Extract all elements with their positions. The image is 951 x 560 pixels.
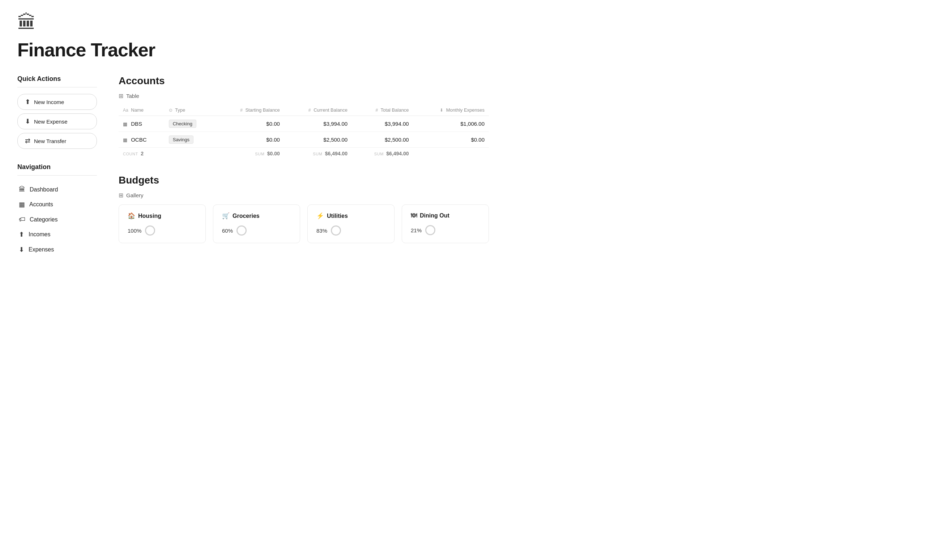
col-total-balance: # Total Balance <box>352 105 413 116</box>
row-ocbc-monthly: $0.00 <box>413 132 489 148</box>
housing-progress: 100% <box>128 225 197 235</box>
accounts-view-label: ⊞ Table <box>119 92 489 99</box>
table-header-row: Aa Name ⊙ Type # Starting Balance <box>119 105 489 116</box>
gallery-view-icon: ⊞ <box>119 192 123 199</box>
table-row: ▦ DBS Checking $0.00 $3,994.00 $3,994.00… <box>119 116 489 132</box>
col-name: Aa Name <box>119 105 165 116</box>
dining-circle <box>425 225 435 235</box>
utilities-circle <box>331 225 341 235</box>
summary-current: SUM $6,494.00 <box>284 148 352 160</box>
housing-circle <box>145 225 155 235</box>
expenses-label: Expenses <box>29 246 54 253</box>
groceries-icon: 🛒 <box>222 212 230 220</box>
sidebar-item-dashboard[interactable]: 🏛 Dashboard <box>17 182 97 197</box>
quick-actions-divider <box>17 87 97 88</box>
navigation-title: Navigation <box>17 163 97 171</box>
page-title: Finance Tracker <box>17 39 489 61</box>
dining-pct: 21% <box>411 227 421 233</box>
new-transfer-button[interactable]: ⇄ New Transfer <box>17 133 97 149</box>
page: 🏛 Finance Tracker Quick Actions ⬆ New In… <box>0 0 506 269</box>
logo-area: 🏛 <box>17 12 489 33</box>
accounts-table: Aa Name ⊙ Type # Starting Balance <box>119 105 489 160</box>
col-current-balance: # Current Balance <box>284 105 352 116</box>
dbs-row-icon: ▦ <box>123 122 127 127</box>
sidebar-item-incomes[interactable]: ⬆ Incomes <box>17 227 97 242</box>
row-dbs-total: $3,994.00 <box>352 116 413 132</box>
budgets-view-label: ⊞ Gallery <box>119 192 489 199</box>
accounts-section-title: Accounts <box>119 75 489 87</box>
row-dbs-starting: $0.00 <box>216 116 284 132</box>
incomes-label: Incomes <box>29 231 50 238</box>
dining-out-icon: 🍽 <box>411 212 417 219</box>
row-dbs-monthly: $1,006.00 <box>413 116 489 132</box>
row-ocbc-current: $2,500.00 <box>284 132 352 148</box>
row-ocbc-type: Savings <box>165 132 216 148</box>
table-view-icon: ⊞ <box>119 92 123 99</box>
dashboard-icon: 🏛 <box>19 186 25 193</box>
content-area: Accounts ⊞ Table Aa Name ⊙ <box>119 75 489 257</box>
groceries-title: 🛒 Groceries <box>222 212 291 220</box>
table-row: ▦ OCBC Savings $0.00 $2,500.00 $2,500.00… <box>119 132 489 148</box>
budget-cards: 🏠 Housing 100% 🛒 Groceries <box>119 205 489 243</box>
ocbc-row-icon: ▦ <box>123 137 127 143</box>
categories-label: Categories <box>30 216 57 223</box>
utilities-title: ⚡ Utilities <box>316 212 386 220</box>
budgets-section-title: Budgets <box>119 174 489 186</box>
expenses-icon: ⬇ <box>19 246 24 254</box>
summary-starting: SUM $0.00 <box>216 148 284 160</box>
new-income-label: New Income <box>34 99 64 105</box>
groceries-progress: 60% <box>222 225 291 235</box>
housing-title: 🏠 Housing <box>128 212 197 220</box>
groceries-circle <box>236 225 247 235</box>
expense-icon: ⬇ <box>25 117 30 125</box>
new-expense-label: New Expense <box>34 118 68 125</box>
row-ocbc-starting: $0.00 <box>216 132 284 148</box>
quick-actions-title: Quick Actions <box>17 75 97 83</box>
categories-icon: 🏷 <box>19 216 25 223</box>
new-expense-button[interactable]: ⬇ New Expense <box>17 114 97 129</box>
dining-out-title: 🍽 Dining Out <box>411 212 480 219</box>
row-dbs-name: ▦ DBS <box>119 116 165 132</box>
row-dbs-type: Checking <box>165 116 216 132</box>
transfer-icon: ⇄ <box>25 137 30 145</box>
budget-card-housing: 🏠 Housing 100% <box>119 205 206 243</box>
housing-icon: 🏠 <box>128 212 135 220</box>
navigation-section: Navigation 🏛 Dashboard ▦ Accounts 🏷 Cate… <box>17 163 97 257</box>
bank-icon: 🏛 <box>17 12 36 33</box>
utilities-pct: 83% <box>316 228 327 234</box>
new-transfer-label: New Transfer <box>34 138 66 144</box>
accounts-nav-icon: ▦ <box>19 200 25 208</box>
dashboard-label: Dashboard <box>30 186 58 193</box>
col-type: ⊙ Type <box>165 105 216 116</box>
main-layout: Quick Actions ⬆ New Income ⬇ New Expense… <box>17 75 489 257</box>
income-icon: ⬆ <box>25 98 30 106</box>
budget-card-groceries: 🛒 Groceries 60% <box>213 205 300 243</box>
row-ocbc-total: $2,500.00 <box>352 132 413 148</box>
sidebar-item-expenses[interactable]: ⬇ Expenses <box>17 242 97 257</box>
navigation-divider <box>17 175 97 175</box>
budget-card-utilities: ⚡ Utilities 83% <box>307 205 395 243</box>
sidebar-item-accounts[interactable]: ▦ Accounts <box>17 197 97 212</box>
col-monthly-expenses: ⬇ Monthly Expenses <box>413 105 489 116</box>
sidebar: Quick Actions ⬆ New Income ⬇ New Expense… <box>17 75 97 257</box>
utilities-progress: 83% <box>316 225 386 235</box>
budget-card-dining-out: 🍽 Dining Out 21% <box>402 205 489 243</box>
summary-total: SUM $6,494.00 <box>352 148 413 160</box>
dining-progress: 21% <box>411 225 480 235</box>
new-income-button[interactable]: ⬆ New Income <box>17 94 97 110</box>
summary-row: COUNT 2 SUM $0.00 SUM $6,494.00 <box>119 148 489 160</box>
col-starting-balance: # Starting Balance <box>216 105 284 116</box>
incomes-icon: ⬆ <box>19 231 24 238</box>
row-ocbc-name: ▦ OCBC <box>119 132 165 148</box>
sidebar-item-categories[interactable]: 🏷 Categories <box>17 212 97 227</box>
summary-count: COUNT 2 <box>119 148 165 160</box>
accounts-label: Accounts <box>29 201 53 208</box>
accounts-section: Accounts ⊞ Table Aa Name ⊙ <box>119 75 489 160</box>
utilities-icon: ⚡ <box>316 212 324 220</box>
housing-pct: 100% <box>128 228 141 234</box>
row-dbs-current: $3,994.00 <box>284 116 352 132</box>
quick-actions-section: Quick Actions ⬆ New Income ⬇ New Expense… <box>17 75 97 149</box>
groceries-pct: 60% <box>222 228 233 234</box>
budgets-section: Budgets ⊞ Gallery 🏠 Housing 100% <box>119 174 489 243</box>
